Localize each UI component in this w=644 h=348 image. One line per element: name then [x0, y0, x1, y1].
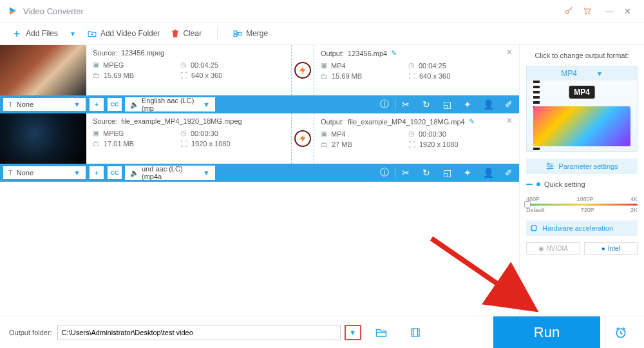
edit-output-icon[interactable]: ✎ [391, 49, 397, 57]
minimize-button[interactable]: — [600, 6, 618, 16]
chevron-down-icon: ▼ [203, 101, 210, 108]
output-format-select[interactable]: MP4 ▼ [527, 66, 637, 81]
file-control-strip: T None ▼ + CC 🔈 und aac (LC) (mp4a ▼ ⓘ ✂ [0, 164, 519, 182]
crop-tool-icon[interactable]: ◱ [437, 168, 457, 178]
svg-rect-4 [234, 34, 237, 37]
rotate-tool-icon[interactable]: ↻ [416, 99, 437, 110]
output-folder-input[interactable] [62, 329, 336, 336]
add-subtitle-button[interactable]: + [89, 97, 104, 111]
quick-setting-label: Quick setting [526, 180, 638, 188]
output-folder-label: Output folder: [9, 329, 52, 336]
subtitle-t-icon: T [8, 169, 13, 177]
add-files-button[interactable]: ＋ Add Files [12, 27, 58, 41]
rotate-tool-icon[interactable]: ↻ [416, 168, 437, 178]
info-tool-icon[interactable]: ⓘ [374, 99, 395, 110]
svg-rect-5 [238, 32, 242, 35]
parameter-settings-button[interactable]: Parameter settings [526, 159, 638, 174]
nvidia-chip: ◉NVIDIA [526, 242, 580, 255]
subtitle-select[interactable]: T None ▼ [3, 166, 86, 180]
schedule-button[interactable] [605, 316, 635, 349]
audio-track-select[interactable]: 🔈 und aac (LC) (mp4a ▼ [125, 166, 215, 180]
close-button[interactable]: ✕ [618, 6, 636, 16]
effect-tool-icon[interactable]: ✦ [457, 99, 478, 110]
app-logo-icon [8, 6, 18, 16]
info-tool-icon[interactable]: ⓘ [374, 167, 395, 179]
cc-button[interactable]: CC [107, 166, 122, 180]
open-folder-icon[interactable] [375, 327, 387, 338]
convert-bolt-button[interactable] [294, 130, 311, 147]
svg-rect-3 [234, 31, 237, 34]
format-preview: MP4 [527, 81, 637, 151]
clock-icon: ◷ [408, 130, 415, 138]
run-button[interactable]: Run [493, 316, 600, 349]
cart-icon[interactable] [582, 6, 591, 15]
svg-rect-10 [412, 329, 419, 336]
edit-output-icon[interactable]: ✎ [469, 117, 475, 126]
quick-setting-slider[interactable]: 480P1080P4K Default720P2K [526, 196, 638, 214]
svg-point-8 [549, 168, 550, 169]
resolution-icon: ⛶ [180, 72, 187, 79]
svg-point-1 [585, 13, 587, 14]
key-icon[interactable] [564, 6, 573, 15]
chevron-down-icon: ▼ [73, 169, 80, 177]
resolution-icon: ⛶ [408, 140, 415, 148]
clear-button[interactable]: Clear [171, 29, 202, 38]
crop-tool-icon[interactable]: ◱ [437, 99, 457, 110]
add-folder-button[interactable]: Add Video Folder [88, 29, 160, 38]
edit-tool-icon[interactable]: ✐ [498, 99, 519, 110]
trash-icon [171, 29, 179, 38]
clock-icon: ◷ [408, 61, 415, 70]
format-icon: ▣ [93, 129, 99, 137]
size-icon: 🗀 [321, 140, 328, 148]
video-thumbnail[interactable] [0, 45, 86, 95]
output-format-panel: Click to change output format: MP4 ▼ MP4… [519, 45, 644, 316]
intel-chip: ●Intel [584, 242, 638, 255]
format-icon: ▣ [93, 61, 99, 69]
add-files-dropdown[interactable]: ▼ [70, 30, 76, 37]
size-icon: 🗀 [93, 140, 100, 148]
format-icon: ▣ [321, 130, 327, 138]
speaker-icon: 🔈 [130, 169, 139, 177]
remove-file-button[interactable]: ✕ [506, 48, 513, 57]
clock-icon: ◷ [180, 61, 187, 69]
file-row: Source: 123456.mpeg ▣MPEG ◷00:04:25 🗀15.… [0, 45, 519, 113]
separator [217, 27, 218, 40]
size-icon: 🗀 [93, 72, 100, 79]
merge-button[interactable]: Merge [233, 29, 268, 38]
speaker-icon: 🔈 [130, 101, 139, 109]
cc-button[interactable]: CC [107, 97, 122, 111]
hardware-acceleration-button[interactable]: Hardware acceleration [526, 220, 638, 236]
footer: Output folder: ▼ Run [0, 316, 644, 348]
file-list: Source: 123456.mpeg ▣MPEG ◷00:04:25 🗀15.… [0, 45, 519, 316]
nvidia-icon: ◉ [538, 245, 544, 252]
titlebar: Video Converter — ✕ [0, 0, 644, 22]
watermark-tool-icon[interactable]: 👤 [478, 99, 498, 110]
effect-tool-icon[interactable]: ✦ [457, 168, 478, 178]
svg-point-6 [548, 163, 549, 164]
svg-point-7 [551, 166, 552, 167]
video-thumbnail[interactable] [0, 113, 86, 164]
format-label: Click to change output format: [526, 52, 638, 59]
app-title: Video Converter [23, 6, 84, 16]
remove-file-button[interactable]: ✕ [506, 116, 513, 125]
output-folder-dropdown[interactable]: ▼ [345, 325, 361, 340]
format-icon: ▣ [321, 61, 327, 70]
audio-track-select[interactable]: 🔈 English aac (LC) (mp ▼ [125, 97, 215, 111]
format-badge: MP4 [569, 86, 595, 99]
output-folder-input-wrap [57, 325, 341, 340]
clock-icon: ◷ [180, 129, 187, 137]
watermark-tool-icon[interactable]: 👤 [478, 168, 498, 178]
size-icon: 🗀 [321, 72, 328, 80]
plus-icon: ＋ [12, 27, 22, 41]
film-icon[interactable] [410, 327, 421, 338]
resolution-icon: ⛶ [180, 140, 187, 148]
subtitle-select[interactable]: T None ▼ [3, 97, 86, 111]
subtitle-t-icon: T [8, 101, 13, 108]
cut-tool-icon[interactable]: ✂ [395, 99, 416, 110]
chip-icon [529, 224, 538, 233]
add-subtitle-button[interactable]: + [89, 166, 104, 180]
edit-tool-icon[interactable]: ✐ [498, 168, 519, 178]
convert-bolt-button[interactable] [294, 62, 311, 79]
svg-point-2 [589, 13, 590, 14]
cut-tool-icon[interactable]: ✂ [395, 168, 416, 178]
